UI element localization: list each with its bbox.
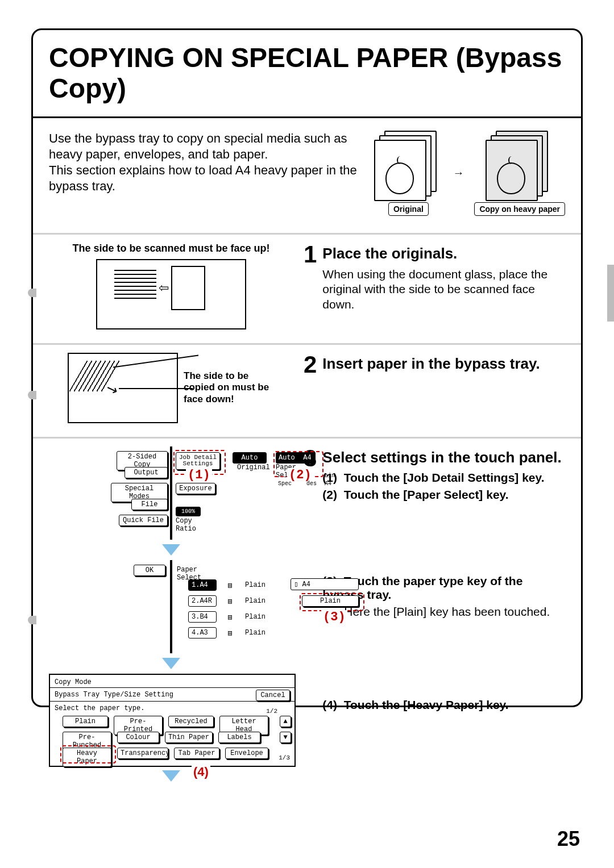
side-tab — [607, 265, 614, 322]
tray-1[interactable]: 1.A4 — [188, 579, 217, 591]
spec-label: Spec — [278, 481, 292, 487]
thumb-copy-label: Copy on heavy paper — [474, 202, 565, 216]
step-number-1: 1 — [304, 243, 317, 266]
sub-1: Touch the [Job Detail Settings] key. — [344, 471, 545, 484]
plain-2: Plain — [245, 597, 265, 605]
callout-4 — [60, 745, 116, 763]
ain-label: ain — [325, 473, 335, 479]
touch-panel-paper-select: Paper Select OK 1.A4 2.A4R 3.B4 4.A3 ▤ ▤… — [170, 560, 172, 653]
main-frame: COPYING ON SPECIAL PAPER (Bypass Copy) U… — [31, 28, 583, 707]
file-button[interactable]: File — [131, 499, 168, 510]
step-indicator: 1/3 — [279, 754, 290, 761]
touch-panel-main: Job Detail Settings Auto Original Auto A… — [170, 446, 172, 540]
thumb-copy: Copy on heavy paper — [474, 131, 565, 216]
scroll-up-button[interactable]: ▲ — [280, 716, 291, 727]
step-number-2: 2 — [304, 353, 317, 377]
feeder-image: ⇦ — [96, 259, 246, 329]
copy-ratio-label: Copy Ratio — [176, 517, 196, 533]
type-tab[interactable]: Tab Paper — [174, 748, 219, 759]
tray-3[interactable]: 3.B4 — [188, 611, 217, 623]
cancel-button[interactable]: Cancel — [256, 690, 290, 701]
type-labels[interactable]: Labels — [218, 732, 260, 743]
insert-arrow-icon: ↘ — [104, 379, 120, 398]
insert-arrow-icon: ⇦ — [159, 281, 169, 295]
step2-title: Insert paper in the bypass tray. — [322, 355, 540, 373]
a4-small-label: A4 — [325, 481, 331, 487]
tray-icon: ▤ — [228, 597, 232, 606]
tray-2[interactable]: 2.A4R — [188, 595, 217, 607]
sub-4: Touch the [Heavy Paper] key. — [344, 698, 509, 711]
tray-icon: ▤ — [228, 581, 232, 590]
step1-body: When using the document glass, place the… — [322, 267, 565, 313]
callout-4-num: (4) — [192, 765, 210, 779]
type-thin[interactable]: Thin Paper — [165, 732, 213, 743]
page-number: 25 — [557, 827, 580, 851]
step1-title: Place the originals. — [322, 245, 565, 262]
plain-3: Plain — [245, 613, 265, 621]
apple-icon — [385, 162, 414, 194]
chevron-down-icon — [162, 544, 180, 556]
touch-panel-paper-type: Copy Mode Bypass Tray Type/Size Setting … — [49, 674, 296, 767]
step-1: The side to be scanned must be face up! … — [33, 235, 581, 343]
ok-button[interactable]: OK — [134, 565, 165, 576]
page-title: COPYING ON SPECIAL PAPER (Bypass Copy) — [33, 30, 581, 116]
sub-4-num: (4) — [322, 698, 337, 711]
tray-4[interactable]: 4.A3 — [188, 627, 217, 639]
select-paper-type-label: Select the paper type. — [55, 704, 144, 712]
step-2: ↘ The side to be copied on must be face … — [33, 345, 581, 437]
copy-mode-label: Copy Mode — [55, 678, 92, 686]
type-transparency[interactable]: Transparency — [117, 748, 168, 759]
scroll-down-button[interactable]: ▼ — [280, 732, 291, 743]
callout-1-num: (1) — [186, 468, 212, 482]
step3-title: Select settings in the touch panel. — [322, 449, 565, 466]
sub-2: Touch the [Paper Select] key. — [344, 488, 509, 501]
ratio-value: 100% — [176, 507, 201, 516]
arrow-right-icon: → — [453, 166, 464, 180]
plain-1: Plain — [245, 581, 265, 589]
bypass-a4[interactable]: ▯ A4 — [291, 578, 359, 590]
des-label: des — [306, 481, 317, 487]
step-3: Job Detail Settings Auto Original Auto A… — [33, 439, 581, 793]
output-button[interactable]: Output — [125, 467, 168, 478]
intro-row: Use the bypass tray to copy on special m… — [33, 118, 581, 233]
thumb-original-label: Original — [388, 202, 429, 216]
intro-text: Use the bypass tray to copy on special m… — [49, 131, 363, 195]
chevron-down-icon — [162, 658, 180, 669]
apple-icon — [497, 162, 525, 194]
callout-3-num: (3) — [321, 610, 347, 624]
type-recycled[interactable]: Recycled — [168, 716, 214, 727]
plain-4: Plain — [245, 629, 265, 637]
type-plain[interactable]: Plain — [63, 716, 108, 727]
sub-2-num: (2) — [322, 488, 337, 501]
thumbnails: Original → Copy on heavy paper — [374, 131, 565, 216]
quick-file-button[interactable]: Quick File — [119, 515, 168, 526]
page-indicator: 1/2 — [266, 708, 277, 715]
sub-3-body: Here the [Plain] key has been touched. — [344, 605, 565, 619]
tray-icon: ▤ — [228, 613, 232, 621]
thumb-original: Original — [374, 131, 442, 216]
bypass-image: ↘ — [68, 353, 178, 423]
type-colour[interactable]: Colour — [117, 732, 159, 743]
exposure-button[interactable]: Exposure — [176, 483, 215, 494]
chevron-down-icon — [162, 770, 180, 782]
original-label: Original — [237, 464, 270, 471]
type-envelope[interactable]: Envelope — [225, 748, 268, 759]
callout-3 — [300, 593, 364, 611]
bypass-setting-label: Bypass Tray Type/Size Setting — [55, 691, 173, 699]
auto-original: Auto — [233, 452, 267, 464]
tray-icon: ▤ — [228, 629, 232, 637]
note-face-up: The side to be scanned must be face up! — [72, 243, 269, 254]
